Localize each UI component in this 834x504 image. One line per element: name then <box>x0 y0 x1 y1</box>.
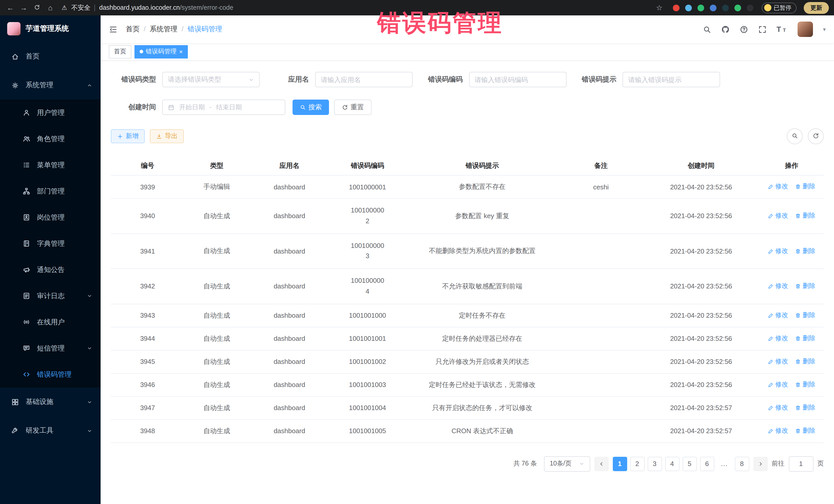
export-button[interactable]: 导出 <box>150 129 184 143</box>
profile-paused-badge[interactable]: 已暂停 <box>761 2 796 13</box>
extension-icon[interactable] <box>746 4 753 11</box>
delete-link[interactable]: 删除 <box>795 212 815 220</box>
cell-code: 1001001000 <box>330 304 405 327</box>
cell-message: CRON 表达式不正确 <box>405 420 559 443</box>
page-button[interactable]: 5 <box>682 457 697 471</box>
page-button[interactable]: ... <box>717 457 731 471</box>
breadcrumb-item[interactable]: 系统管理 <box>139 25 178 34</box>
extension-icon[interactable] <box>734 4 741 11</box>
app-logo[interactable]: 芋道管理系统 <box>0 15 101 42</box>
font-size-icon[interactable]: TT <box>776 25 788 34</box>
add-button[interactable]: 新增 <box>111 129 145 143</box>
column-header: 类型 <box>184 156 249 175</box>
edit-icon <box>768 283 774 289</box>
toggle-search-button[interactable] <box>787 128 803 144</box>
delete-link[interactable]: 删除 <box>795 282 815 291</box>
page-button[interactable]: 6 <box>700 457 714 471</box>
delete-link[interactable]: 删除 <box>795 380 815 389</box>
reload-icon[interactable] <box>32 4 42 12</box>
sidebar-menu-item[interactable]: 用户管理 <box>0 100 101 126</box>
edit-link[interactable]: 修改 <box>768 334 788 343</box>
sidebar-menu-item[interactable]: 字典管理 <box>0 231 101 257</box>
sidebar-menu-item[interactable]: 通知公告 <box>0 257 101 283</box>
forward-icon[interactable]: → <box>19 4 29 12</box>
sidebar-toggle-icon[interactable] <box>109 25 117 34</box>
goto-page-input[interactable] <box>789 456 813 472</box>
extension-icon[interactable] <box>685 4 692 11</box>
navbar-actions: TT ▾ <box>702 22 826 37</box>
search-icon[interactable] <box>702 25 711 34</box>
date-range-picker[interactable]: 开始日期 - 结束日期 <box>162 100 285 115</box>
sidebar-menu-item[interactable]: 审计日志 <box>0 283 101 309</box>
sidebar-menu-item[interactable]: 在线用户 <box>0 309 101 335</box>
app-name-input[interactable] <box>315 72 413 87</box>
search-button[interactable]: 搜索 <box>292 100 329 115</box>
edit-link[interactable]: 修改 <box>768 212 788 220</box>
error-hint-input[interactable] <box>622 72 720 87</box>
refresh-table-button[interactable] <box>808 128 824 144</box>
sidebar-menu-item[interactable]: 岗位管理 <box>0 204 101 231</box>
page-button[interactable]: 2 <box>630 457 644 471</box>
delete-link[interactable]: 删除 <box>795 357 815 366</box>
sidebar-menu-item[interactable]: 角色管理 <box>0 126 101 152</box>
delete-icon <box>795 428 801 434</box>
sidebar-menu-item[interactable]: 部门管理 <box>0 178 101 204</box>
error-code-input[interactable] <box>469 72 566 87</box>
delete-link[interactable]: 删除 <box>795 334 815 343</box>
table-row: 3943 自动生成 dashboard 1001001000 定时任务不存在 2… <box>111 304 824 327</box>
user-avatar[interactable] <box>798 22 813 37</box>
edit-link[interactable]: 修改 <box>768 357 788 366</box>
page-button[interactable]: 1 <box>613 457 627 471</box>
edit-link[interactable]: 修改 <box>768 426 788 435</box>
breadcrumb-item[interactable]: 首页 <box>126 25 139 34</box>
page-button[interactable]: 8 <box>735 457 749 471</box>
view-tag[interactable]: 首页 <box>109 45 131 58</box>
edit-link[interactable]: 修改 <box>768 311 788 320</box>
table-row: 3946 自动生成 dashboard 1001001003 定时任务已经处于该… <box>111 373 824 396</box>
edit-link[interactable]: 修改 <box>768 247 788 256</box>
edit-link[interactable]: 修改 <box>768 380 788 389</box>
bookmark-star-icon[interactable]: ☆ <box>654 4 664 12</box>
delete-link[interactable]: 删除 <box>795 403 815 412</box>
cell-created: 2021-04-20 23:52:56 <box>642 269 760 304</box>
sidebar-menu-item[interactable]: 菜单管理 <box>0 152 101 178</box>
sidebar-menu-item[interactable]: 研发工具 <box>0 416 101 445</box>
cell-type: 自动生成 <box>184 234 249 269</box>
edit-link[interactable]: 修改 <box>768 182 788 191</box>
close-icon[interactable]: × <box>179 48 183 54</box>
page-button[interactable]: 4 <box>665 457 679 471</box>
edit-link[interactable]: 修改 <box>768 403 788 412</box>
fullscreen-icon[interactable] <box>758 25 767 34</box>
extension-icon[interactable] <box>697 4 704 11</box>
sidebar-menu-item[interactable]: 基础设施 <box>0 388 101 416</box>
back-icon[interactable]: ← <box>5 4 15 12</box>
github-icon[interactable] <box>721 25 729 34</box>
page-size-select[interactable]: 10条/页 <box>544 456 590 472</box>
sidebar-menu-item[interactable]: 短信管理 <box>0 335 101 361</box>
caret-down-icon[interactable]: ▾ <box>823 26 826 32</box>
sidebar-menu-item[interactable]: 首页 <box>0 42 101 71</box>
delete-link[interactable]: 删除 <box>795 311 815 320</box>
sidebar-menu-item[interactable]: 系统管理 <box>0 71 101 100</box>
error-type-select[interactable]: 请选择错误码类型 <box>162 72 260 87</box>
reset-button[interactable]: 重置 <box>334 100 372 115</box>
sidebar-menu-item[interactable]: 错误码管理 <box>0 361 101 388</box>
delete-link[interactable]: 删除 <box>795 182 815 191</box>
delete-link[interactable]: 删除 <box>795 426 815 435</box>
help-icon[interactable] <box>739 25 748 34</box>
extension-icon[interactable] <box>722 4 728 11</box>
update-button[interactable]: 更新 <box>804 2 829 14</box>
extension-icon[interactable] <box>673 4 679 11</box>
extension-icon[interactable] <box>709 4 716 11</box>
view-tag[interactable]: 错误码管理 × <box>134 45 188 58</box>
delete-icon <box>795 312 801 319</box>
edit-link[interactable]: 修改 <box>768 282 788 291</box>
prev-page-button[interactable] <box>594 457 609 471</box>
next-page-button[interactable] <box>753 457 768 471</box>
edit-icon <box>768 248 774 254</box>
page-button[interactable]: 3 <box>648 457 662 471</box>
delete-link[interactable]: 删除 <box>795 247 815 256</box>
address-bar[interactable]: ⚠ 不安全 dashboard.yudao.iocoder.cn/system/… <box>62 3 651 12</box>
breadcrumb-item[interactable]: 错误码管理 <box>178 25 222 34</box>
browser-home-icon[interactable]: ⌂ <box>45 4 56 12</box>
